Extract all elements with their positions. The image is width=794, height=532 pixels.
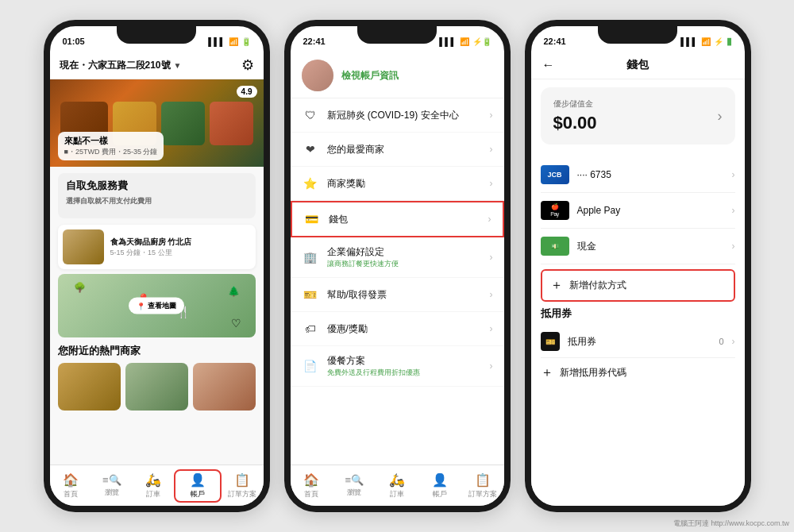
status-icons-1: ▌▌▌ 📶 🔋 xyxy=(208,37,250,46)
cash-icon: 💵 xyxy=(541,237,569,256)
filter-icon[interactable]: ⚙ xyxy=(241,56,254,74)
pickup-subtitle: 選擇自取就不用支付此費用 xyxy=(66,196,248,206)
map-section[interactable]: 🌳 🌲 📍 🍴 📍 查看地圖 ♡ xyxy=(58,274,256,337)
plan-arrow: › xyxy=(490,360,493,372)
tab-orders-2[interactable]: 🛵 訂車 xyxy=(376,472,418,499)
jcb-arrow: › xyxy=(732,169,735,180)
invoice-label: 幫助/取得發票 xyxy=(327,288,482,302)
wallet-label: 錢包 xyxy=(329,213,480,226)
menu-item-plan[interactable]: 📄 優餐方案 免費外送及行程費用折扣優惠 › xyxy=(291,346,504,387)
covid-label: 新冠肺炎 (COVID-19) 安全中心 xyxy=(327,109,482,122)
signal-icon-2: ▌▌▌ xyxy=(439,37,456,46)
nearby-card-3[interactable] xyxy=(193,363,256,411)
nearby-card-1[interactable] xyxy=(58,363,121,411)
promo-banner: 自取免服務費 選擇自取就不用支付此費用 xyxy=(58,173,256,218)
restaurant-thumbnail xyxy=(63,229,104,264)
add-coupon-button[interactable]: ＋ 新增抵用券代碼 xyxy=(541,358,735,387)
location-display[interactable]: 現在・六家五路二段210號 ▼ xyxy=(60,59,182,72)
nearby-title: 您附近的熱門商家 xyxy=(58,344,256,358)
tab-home-icon-1: 🏠 xyxy=(63,472,79,488)
wallet-icon: 💳 xyxy=(303,210,321,228)
tab-browse-label-2: 瀏覽 xyxy=(347,488,361,498)
cash-arrow: › xyxy=(732,241,735,252)
hero-image: 4.9 來點不一樣 ■・25TWD 費用・25-35 分鐘 xyxy=(50,79,264,167)
tab-plans-2[interactable]: 📋 訂單方案 xyxy=(461,472,504,499)
notch-3 xyxy=(598,26,677,44)
tab-account-1[interactable]: 👤 帳戶 xyxy=(174,469,222,503)
tab-home-label-2: 首頁 xyxy=(304,489,318,499)
wallet-header: ← 錢包 xyxy=(531,52,745,79)
notch-2 xyxy=(357,26,437,44)
tab-plans-1[interactable]: 📋 訂單方案 xyxy=(222,472,263,499)
restaurant-name: 來點不一樣 xyxy=(64,135,158,147)
header-bar-1: 現在・六家五路二段210號 ▼ ⚙ xyxy=(50,52,264,79)
wifi-icon-3: 📶 xyxy=(701,37,711,46)
tab-bar-1: 🏠 首頁 ≡🔍 瀏覽 🛵 訂車 👤 帳戶 📋 訂單方案 xyxy=(50,465,264,506)
wallet-arrow: › xyxy=(488,214,491,225)
menu-item-wallet[interactable]: 💳 錢包 › xyxy=(291,201,504,237)
map-tree-1: 🌳 xyxy=(74,282,86,293)
coupon-icon: 🎫 xyxy=(541,332,560,351)
time-2: 22:41 xyxy=(303,37,326,46)
tab-account-label-2: 帳戶 xyxy=(433,489,447,499)
promo-arrow: › xyxy=(490,323,493,334)
payment-applepay[interactable]: 🍎 Pay Apple Pay › xyxy=(541,193,735,229)
enterprise-info: 企業偏好設定 讓商務訂餐更快速方便 xyxy=(327,245,482,269)
rewards-label: 商家獎勵 xyxy=(327,177,482,191)
nearby-grid xyxy=(58,363,256,411)
tab-account-icon-1: 👤 xyxy=(190,472,206,488)
tab-browse-label-1: 瀏覽 xyxy=(105,488,119,498)
pickup-title: 自取免服務費 xyxy=(66,179,248,193)
tab-home-label-1: 首頁 xyxy=(64,489,78,499)
coupon-item[interactable]: 🎫 抵用券 0 › xyxy=(541,326,735,358)
balance-amount: $0.00 xyxy=(553,113,597,133)
payment-jcb[interactable]: JCB ···· 6735 › xyxy=(541,157,735,193)
tab-account-2[interactable]: 👤 帳戶 xyxy=(418,472,461,499)
tab-home-2[interactable]: 🏠 首頁 xyxy=(291,472,333,499)
back-button[interactable]: ← xyxy=(542,58,555,72)
jcb-icon: JCB xyxy=(541,165,569,184)
avatar xyxy=(302,60,333,91)
coupon-section-title: 抵用券 xyxy=(541,306,735,321)
map-button[interactable]: 📍 查看地圖 xyxy=(129,298,184,314)
screen-1: 現在・六家五路二段210號 ▼ ⚙ 4.9 來點不一樣 xyxy=(50,52,264,465)
cash-label: 現金 xyxy=(577,240,724,253)
profile-info: 檢視帳戶資訊 xyxy=(341,69,399,83)
tab-browse-1[interactable]: ≡🔍 瀏覽 xyxy=(91,474,133,498)
plan-info: 優餐方案 免費外送及行程費用折扣優惠 xyxy=(327,354,482,378)
hero-overlay: 來點不一樣 ■・25TWD 費用・25-35 分鐘 xyxy=(50,79,264,167)
signal-icon-3: ▌▌▌ xyxy=(680,37,697,46)
menu-item-rewards[interactable]: ⭐ 商家獎勵 › xyxy=(291,167,504,201)
covid-arrow: › xyxy=(490,110,493,121)
restaurant-card[interactable]: 食為天御品廚房 竹北店 5-15 分鐘・15 公里 xyxy=(58,225,256,269)
menu-item-covid[interactable]: 🛡 新冠肺炎 (COVID-19) 安全中心 › xyxy=(291,98,504,133)
battery-level-icon: ▮ xyxy=(727,36,732,47)
balance-card[interactable]: 優步儲值金 $0.00 › xyxy=(541,87,735,145)
menu-item-enterprise[interactable]: 🏢 企業偏好設定 讓商務訂餐更快速方便 › xyxy=(291,237,504,278)
enterprise-arrow: › xyxy=(490,252,493,263)
add-payment-label: 新增付款方式 xyxy=(569,279,626,292)
location-text: 現在・六家五路二段210號 xyxy=(60,59,171,72)
nearby-card-2[interactable] xyxy=(125,363,188,411)
tab-home-1[interactable]: 🏠 首頁 xyxy=(50,472,91,499)
menu-item-promo[interactable]: 🏷 優惠/獎勵 › xyxy=(291,312,504,346)
favorites-arrow: › xyxy=(490,144,493,155)
tab-orders-1[interactable]: 🛵 訂車 xyxy=(133,472,174,499)
map-btn-label: 查看地圖 xyxy=(148,301,176,311)
menu-item-favorites[interactable]: ❤ 您的最愛商家 › xyxy=(291,133,504,167)
payment-cash[interactable]: 💵 現金 › xyxy=(541,229,735,264)
restaurant-info: 來點不一樣 ■・25TWD 費用・25-35 分鐘 xyxy=(58,132,164,160)
battery-icon-3: ⚡ xyxy=(714,37,723,46)
tab-orders-icon-1: 🛵 xyxy=(145,472,161,488)
add-payment-button[interactable]: ＋ 新增付款方式 xyxy=(541,269,735,302)
add-coupon-label: 新增抵用券代碼 xyxy=(560,366,626,380)
menu-item-invoice[interactable]: 🎫 幫助/取得發票 › xyxy=(291,278,504,312)
plan-sublabel: 免費外送及行程費用折扣優惠 xyxy=(327,368,482,378)
rewards-icon: ⭐ xyxy=(302,175,319,192)
profile-link[interactable]: 檢視帳戶資訊 xyxy=(341,69,399,83)
add-coupon-icon: ＋ xyxy=(541,364,553,381)
tab-browse-2[interactable]: ≡🔍 瀏覽 xyxy=(333,474,376,498)
promo-label: 優惠/獎勵 xyxy=(327,322,482,336)
enterprise-sublabel: 讓商務訂餐更快速方便 xyxy=(327,259,482,269)
battery-icon-1: 🔋 xyxy=(241,37,251,46)
